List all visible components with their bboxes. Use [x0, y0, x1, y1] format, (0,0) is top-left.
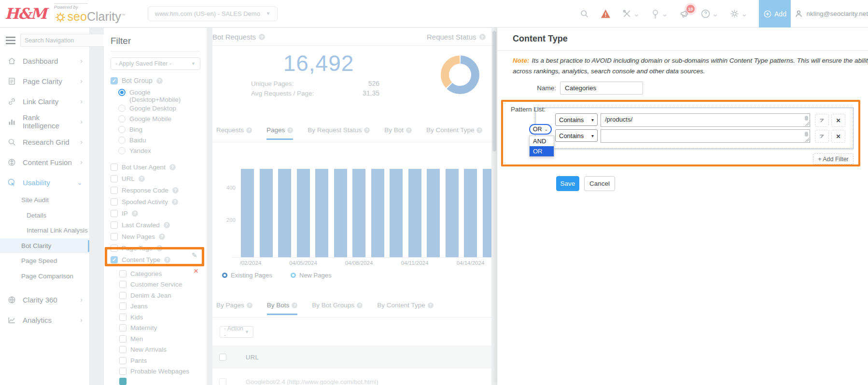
checkbox[interactable] — [119, 302, 126, 310]
domain-selector[interactable]: www.hm.com (US-en) - SALES Demo ▼ — [148, 6, 278, 21]
edit-pencil-icon[interactable]: ✎ — [192, 251, 197, 259]
content-type-child-kids[interactable]: Kids — [119, 312, 200, 323]
filter-checkbox-bot-user-agent[interactable]: Bot User Agent — [111, 161, 200, 173]
filter-checkbox-ip[interactable]: IP — [111, 207, 200, 219]
chart-bar[interactable] — [260, 169, 273, 257]
tab-by-content-type[interactable]: By Content Type — [377, 302, 434, 315]
sidebar-item-bot-clarity[interactable]: Bot Clarity — [0, 238, 89, 254]
lightbulb-icon[interactable]: ⌄ — [651, 9, 668, 18]
regex-toggle-button[interactable] — [815, 130, 829, 143]
checkbox[interactable] — [119, 368, 126, 375]
help-icon[interactable] — [287, 127, 293, 133]
checkbox[interactable] — [111, 233, 118, 240]
help-icon[interactable] — [246, 127, 252, 133]
remove-pattern-button[interactable]: ✕ — [831, 130, 845, 143]
search-icon[interactable] — [580, 9, 589, 18]
sidebar-item-link-clarity[interactable]: Link Clarity› — [0, 91, 89, 111]
help-icon[interactable] — [406, 127, 412, 133]
checkbox[interactable] — [119, 357, 126, 364]
radio-option-bing[interactable]: Bing — [118, 124, 200, 135]
operator-option-and[interactable]: AND — [530, 136, 554, 146]
chart-bar[interactable] — [315, 169, 328, 257]
remove-categories-icon[interactable]: ✕ — [194, 268, 198, 275]
help-icon[interactable] — [164, 222, 170, 228]
content-type-child-probable-webpages[interactable]: Probable Webpages — [119, 366, 200, 377]
partial-checkbox[interactable] — [119, 378, 126, 385]
content-type-child-customer-service[interactable]: Customer Service — [119, 279, 200, 290]
chart-bar[interactable] — [278, 169, 291, 257]
chart-bar[interactable] — [241, 169, 254, 257]
legend-item-existing-pages[interactable]: Existing Pages — [222, 272, 272, 279]
sidebar-item-page-clarity[interactable]: Page Clarity› — [0, 71, 89, 91]
radio-option-google-desktop[interactable]: Google Desktop — [118, 103, 200, 114]
radio-option-google-desktop-mobile[interactable]: Google (Desktop+Mobile) — [118, 87, 200, 103]
table-row[interactable]: Googlebot/2.4 (http://www.google.com/bot… — [212, 378, 491, 385]
tab-by-bot-groups[interactable]: By Bot Groups — [312, 302, 363, 315]
sidebar-item-site-audit[interactable]: Site Audit — [0, 192, 89, 208]
cancel-button[interactable]: Cancel — [584, 176, 615, 191]
help-icon[interactable] — [164, 257, 170, 263]
pattern-value-input[interactable]: /products/ — [601, 113, 810, 127]
chart-bar[interactable] — [446, 169, 459, 257]
help-icon[interactable] — [159, 234, 165, 240]
tab-pages[interactable]: Pages — [266, 126, 293, 140]
help-circle-icon[interactable]: ⌄ — [701, 9, 718, 18]
sidebar-item-page-speed[interactable]: Page Speed — [0, 253, 89, 269]
checkbox[interactable] — [111, 256, 118, 263]
operator-select[interactable]: OR ⌄ — [529, 124, 552, 135]
sidebar-item-analytics[interactable]: Analytics› — [0, 310, 89, 330]
filter-checkbox-url[interactable]: URL — [111, 173, 200, 184]
checkbox[interactable] — [111, 210, 118, 217]
radio-option-baidu[interactable]: Baidu — [118, 135, 200, 146]
remove-pattern-button[interactable]: ✕ — [831, 114, 845, 127]
sidebar-item-page-comparison[interactable]: Page Comparison — [0, 269, 89, 284]
chart-bar[interactable] — [427, 169, 440, 257]
radio-option-yandex[interactable]: Yandex — [118, 146, 200, 156]
chart-bar[interactable] — [352, 169, 365, 257]
help-icon[interactable] — [479, 34, 486, 40]
sidebar-item-rank-intelligence[interactable]: Rank Intelligence› — [0, 111, 89, 132]
sidebar-item-details[interactable]: Details — [0, 208, 89, 223]
row-checkbox[interactable] — [219, 378, 226, 385]
sidebar-search-input[interactable] — [20, 34, 107, 47]
checkbox[interactable] — [111, 164, 118, 171]
tab-requests[interactable]: Requests — [216, 126, 252, 140]
chart-bar[interactable] — [297, 169, 310, 257]
apply-saved-filter-select[interactable]: - Apply Saved Filter - ▼ — [111, 57, 200, 70]
help-icon[interactable] — [132, 210, 138, 217]
operator-option-or[interactable]: OR — [530, 146, 554, 156]
name-input[interactable] — [560, 82, 643, 95]
help-icon[interactable] — [156, 78, 163, 84]
sidebar-item-research-grid[interactable]: Research Grid› — [0, 132, 89, 152]
checkbox[interactable] — [111, 245, 118, 252]
add-filter-button[interactable]: + Add Filter — [813, 153, 854, 165]
checkbox[interactable] — [119, 346, 126, 353]
tools-icon[interactable]: ⌄ — [622, 9, 640, 18]
content-type-child-pants[interactable]: Pants — [119, 355, 200, 366]
help-icon[interactable] — [292, 302, 297, 308]
checkbox[interactable] — [111, 198, 118, 206]
help-icon[interactable] — [247, 302, 252, 308]
content-type-child-new-arrivals[interactable]: New Arrivals — [119, 344, 200, 356]
content-type-child-men[interactable]: Men — [119, 333, 200, 344]
checkbox[interactable] — [111, 221, 118, 229]
request-status-donut-chart[interactable] — [437, 52, 483, 97]
tab-by-bot[interactable]: By Bot — [384, 126, 412, 140]
pages-bar-chart[interactable] — [240, 169, 491, 257]
chart-bar[interactable] — [408, 169, 421, 257]
chart-bar[interactable] — [334, 169, 347, 257]
help-icon[interactable] — [172, 187, 179, 193]
filter-checkbox-new-pages[interactable]: New Pages — [111, 231, 200, 242]
content-type-child-maternity[interactable]: Maternity — [119, 323, 200, 334]
tab-by-bots[interactable]: By Bots — [267, 302, 298, 315]
filter-checkbox-content-type[interactable]: Content Type — [111, 254, 200, 265]
chart-bar[interactable] — [371, 169, 384, 257]
alert-triangle-icon[interactable] — [601, 9, 611, 18]
hamburger-menu-icon[interactable] — [6, 37, 15, 44]
radio-button[interactable] — [118, 126, 126, 133]
radio-button[interactable] — [118, 147, 126, 154]
checkbox[interactable] — [119, 335, 126, 343]
checkbox[interactable] — [119, 281, 126, 288]
filter-checkbox-response-code[interactable]: Response Code — [111, 184, 200, 196]
help-icon[interactable] — [156, 245, 163, 251]
